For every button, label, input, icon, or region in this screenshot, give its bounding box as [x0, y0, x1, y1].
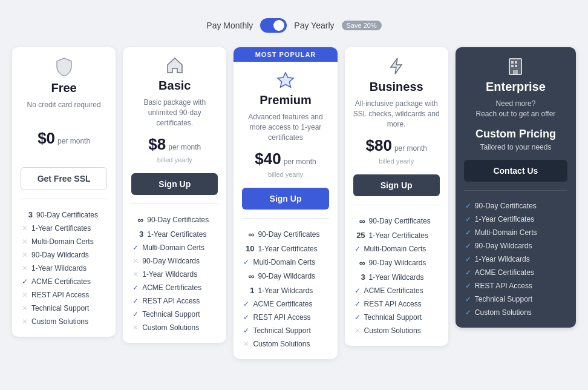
features-list: ∞ 90-Day Certificates 3 1-Year Certifica… — [131, 213, 218, 334]
feature-item: ✓ Multi-Domain Certs — [465, 226, 566, 239]
plan-price: $8 per month — [131, 135, 218, 154]
plan-desc: All-inclusive package with SSL checks, w… — [353, 99, 440, 129]
feature-item: ✕ 1-Year Certificates — [22, 222, 106, 235]
feature-item: ✓ REST API Access — [132, 294, 217, 308]
features-list: ∞ 90-Day Certificates 10 1-Year Certific… — [242, 227, 328, 351]
plan-name: Premium — [242, 93, 328, 107]
price-billed: billed yearly — [242, 171, 328, 179]
feature-item: ✓ Technical Support — [132, 308, 217, 321]
plan-cta-button[interactable]: Sign Up — [131, 173, 218, 195]
feature-item: ✕ Multi-Domain Certs — [22, 235, 106, 248]
plan-cta-button[interactable]: Sign Up — [353, 174, 440, 196]
feature-item: ✓ Technical Support — [243, 324, 327, 337]
svg-rect-7 — [513, 70, 518, 74]
shield-icon — [21, 57, 107, 76]
price-billed: billed yearly — [353, 157, 440, 166]
feature-item: ✕ 1-Year Wildcards — [132, 268, 217, 281]
feature-item: ✓ Technical Support — [354, 311, 439, 324]
building-icon — [464, 57, 567, 75]
feature-item: ∞ 90-Day Certificates — [354, 214, 439, 228]
plan-card-enterprise: Enterprise Need more?Reach out to get an… — [456, 47, 576, 328]
price-billed — [21, 150, 107, 159]
plan-desc: Basic package with unlimited 90-day cert… — [131, 98, 218, 128]
plan-card-premium: MOST POPULAR Premium Advanced features a… — [234, 47, 337, 359]
plan-card-basic: Basic Basic package with unlimited 90-da… — [123, 47, 226, 343]
home-icon — [131, 57, 218, 74]
star-icon — [242, 71, 328, 88]
feature-item: ∞ 90-Day Wildcards — [354, 256, 439, 270]
feature-item: ✓ 90-Day Wildcards — [465, 239, 566, 253]
feature-item: ✓ ACME Certificates — [243, 297, 327, 311]
billing-toggle-section: Pay Monthly Pay Yearly Save 20% — [12, 12, 576, 33]
divider — [21, 199, 107, 199]
feature-item: ✓ REST API Access — [243, 311, 327, 324]
feature-item: ✓ Multi-Domain Certs — [243, 256, 327, 269]
plan-desc: Need more?Reach out to get an offer — [464, 99, 567, 121]
svg-rect-3 — [511, 61, 514, 64]
plan-name: Free — [21, 81, 107, 95]
contact-us-button[interactable]: Contact Us — [464, 160, 567, 182]
plan-price: $0 per month — [21, 129, 107, 148]
feature-item: ✕ REST API Access — [22, 288, 106, 302]
plan-cta-button[interactable]: Get Free SSL — [21, 167, 107, 190]
features-list: 3 90-Day Certificates ✕ 1-Year Certifica… — [21, 208, 107, 328]
svg-marker-1 — [391, 58, 402, 74]
feature-item: ∞ 90-Day Certificates — [132, 213, 217, 227]
feature-item: ✓ ACME Certificates — [132, 281, 217, 294]
svg-rect-6 — [515, 65, 517, 67]
plan-card-business: Business All-inclusive package with SSL … — [345, 47, 448, 346]
svg-marker-0 — [278, 73, 293, 87]
pay-monthly-label: Pay Monthly — [206, 21, 253, 30]
plan-price: $80 per month — [353, 136, 440, 155]
save-badge: Save 20% — [342, 21, 382, 30]
divider — [242, 218, 328, 219]
svg-rect-4 — [515, 61, 517, 64]
plan-cta-button[interactable]: Sign Up — [242, 188, 328, 210]
feature-item: ✓ Custom Solutions — [465, 306, 566, 319]
feature-item: 1 1-Year Wildcards — [243, 283, 327, 297]
feature-item: ✕ 1-Year Wildcards — [22, 262, 106, 275]
custom-pricing: Custom Pricing — [464, 128, 567, 140]
plan-card-free: Free No credit card required $0 per mont… — [12, 47, 116, 337]
svg-rect-5 — [511, 65, 514, 67]
most-popular-badge: MOST POPULAR — [234, 47, 337, 62]
billing-toggle[interactable] — [260, 18, 287, 33]
plan-desc: No credit card required — [21, 100, 107, 122]
divider — [353, 205, 440, 205]
feature-item: ✕ 90-Day Wildcards — [22, 248, 106, 262]
divider — [131, 203, 218, 204]
feature-item: ✕ Custom Solutions — [22, 315, 106, 328]
feature-item: ✕ Custom Solutions — [132, 321, 217, 334]
feature-item: 3 1-Year Certificates — [132, 227, 217, 241]
plan-name: Enterprise — [464, 80, 567, 94]
plans-container: Free No credit card required $0 per mont… — [12, 47, 576, 359]
feature-item: ✓ Multi-Domain Certs — [354, 242, 439, 256]
pay-yearly-label: Pay Yearly — [294, 21, 334, 30]
feature-item: ✕ Custom Solutions — [354, 324, 439, 337]
feature-item: 3 90-Day Certificates — [22, 208, 106, 222]
plan-desc: Advanced features and more access to 1-y… — [242, 112, 328, 142]
feature-item: ✓ REST API Access — [354, 297, 439, 311]
plan-price: $40 per month — [242, 150, 328, 168]
custom-sub: Tailored to your needs — [464, 143, 567, 151]
features-list: ✓ 90-Day Certificates ✓ 1-Year Certifica… — [464, 199, 567, 319]
plan-name: Basic — [131, 79, 218, 93]
feature-item: 25 1-Year Certificates — [354, 228, 439, 242]
feature-item: ✓ REST API Access — [465, 279, 566, 292]
features-list: ∞ 90-Day Certificates 25 1-Year Certific… — [353, 214, 440, 337]
price-billed: billed yearly — [131, 156, 218, 165]
feature-item: ∞ 90-Day Certificates — [243, 227, 327, 242]
feature-item: ✓ Multi-Domain Certs — [132, 241, 217, 254]
feature-item: ✓ ACME Certificates — [22, 275, 106, 288]
feature-item: 10 1-Year Certificates — [243, 242, 327, 256]
plan-name: Business — [353, 80, 440, 94]
feature-item: ✓ Technical Support — [465, 292, 566, 306]
feature-item: ✕ 90-Day Wildcards — [132, 254, 217, 268]
feature-item: ✓ 90-Day Certificates — [465, 199, 566, 213]
feature-item: ✕ Custom Solutions — [243, 337, 327, 351]
feature-item: ✓ ACME Certificates — [354, 284, 439, 297]
bolt-icon — [353, 57, 440, 75]
feature-item: ✕ Technical Support — [22, 302, 106, 315]
feature-item: ✓ 1-Year Wildcards — [465, 253, 566, 266]
feature-item: ✓ ACME Certificates — [465, 266, 566, 279]
